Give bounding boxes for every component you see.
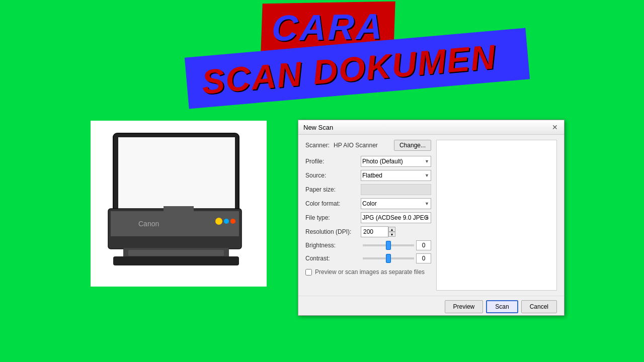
preview-button[interactable]: Preview <box>445 300 484 313</box>
separate-files-row: Preview or scan images as separate files <box>305 268 431 276</box>
brightness-value-input[interactable] <box>416 240 431 250</box>
dialog-form: Scanner: HP AIO Scanner Change... Profil… <box>305 140 431 291</box>
scanner-name: HP AIO Scanner <box>334 142 390 149</box>
brightness-slider-track[interactable] <box>363 244 414 246</box>
dialog-content: Scanner: HP AIO Scanner Change... Profil… <box>298 135 564 296</box>
contrast-value-input[interactable] <box>416 253 431 263</box>
resolution-down-button[interactable]: ▼ <box>388 232 395 237</box>
scan-button[interactable]: Scan <box>486 300 518 313</box>
svg-text:Canon: Canon <box>138 220 159 228</box>
contrast-slider-thumb[interactable] <box>386 254 391 263</box>
dialog-titlebar: New Scan ✕ <box>298 120 564 135</box>
preview-area <box>436 140 557 291</box>
svg-rect-9 <box>113 256 239 265</box>
dialog-close-button[interactable]: ✕ <box>551 123 559 131</box>
source-label: Source: <box>305 172 361 179</box>
svg-point-6 <box>230 219 235 224</box>
paper-size-label: Paper size: <box>305 186 361 193</box>
cancel-button[interactable]: Cancel <box>521 300 557 313</box>
dialog-title: New Scan <box>303 124 333 131</box>
contrast-row: Contrast: <box>305 253 431 263</box>
brightness-row: Brightness: <box>305 240 431 250</box>
file-type-label: File type: <box>305 214 361 221</box>
scanner-label: Scanner: <box>305 142 330 149</box>
dialog-buttons: Preview Scan Cancel <box>298 296 564 317</box>
resolution-up-button[interactable]: ▲ <box>388 227 395 232</box>
printer-image-area: Canon <box>91 121 267 287</box>
separate-files-checkbox[interactable] <box>305 269 312 276</box>
profile-select-wrapper: Photo (Default) <box>361 156 431 167</box>
contrast-slider-track[interactable] <box>363 257 414 259</box>
scan-dokumen-title: SCAN DOKUMEN <box>200 37 498 101</box>
printer-svg: Canon <box>98 128 259 279</box>
file-type-select-wrapper: JPG (ACDSee 9.0 JPEG Imag... <box>361 212 431 223</box>
color-format-select-wrapper: Color <box>361 198 431 209</box>
resolution-spinner: ▲ ▼ <box>388 227 395 237</box>
svg-rect-10 <box>164 206 194 212</box>
separate-files-label: Preview or scan images as separate files <box>315 268 425 276</box>
new-scan-dialog: New Scan ✕ Scanner: HP AIO Scanner Chang… <box>298 120 565 316</box>
contrast-label: Contrast: <box>305 255 361 262</box>
source-select-wrapper: Flatbed <box>361 170 431 181</box>
change-scanner-button[interactable]: Change... <box>394 140 431 151</box>
source-select[interactable]: Flatbed <box>361 170 431 181</box>
profile-select[interactable]: Photo (Default) <box>361 156 431 167</box>
resolution-label: Resolution (DPI): <box>305 228 361 235</box>
profile-row: Profile: Photo (Default) <box>305 156 431 167</box>
svg-rect-8 <box>128 250 224 256</box>
source-row: Source: Flatbed <box>305 170 431 181</box>
resolution-row: Resolution (DPI): ▲ ▼ <box>305 226 431 237</box>
paper-size-field <box>361 184 431 195</box>
color-format-row: Color format: Color <box>305 198 431 209</box>
profile-label: Profile: <box>305 158 361 165</box>
file-type-row: File type: JPG (ACDSee 9.0 JPEG Imag... <box>305 212 431 223</box>
brightness-label: Brightness: <box>305 242 361 249</box>
resolution-input[interactable] <box>361 226 388 237</box>
scanner-row: Scanner: HP AIO Scanner Change... <box>305 140 431 151</box>
paper-size-row: Paper size: <box>305 184 431 195</box>
svg-point-4 <box>215 218 222 225</box>
file-type-select[interactable]: JPG (ACDSee 9.0 JPEG Imag... <box>361 212 431 223</box>
color-format-label: Color format: <box>305 200 361 207</box>
svg-point-5 <box>224 219 229 224</box>
svg-rect-1 <box>118 137 235 210</box>
brightness-slider-thumb[interactable] <box>386 241 391 250</box>
color-format-select[interactable]: Color <box>361 198 431 209</box>
